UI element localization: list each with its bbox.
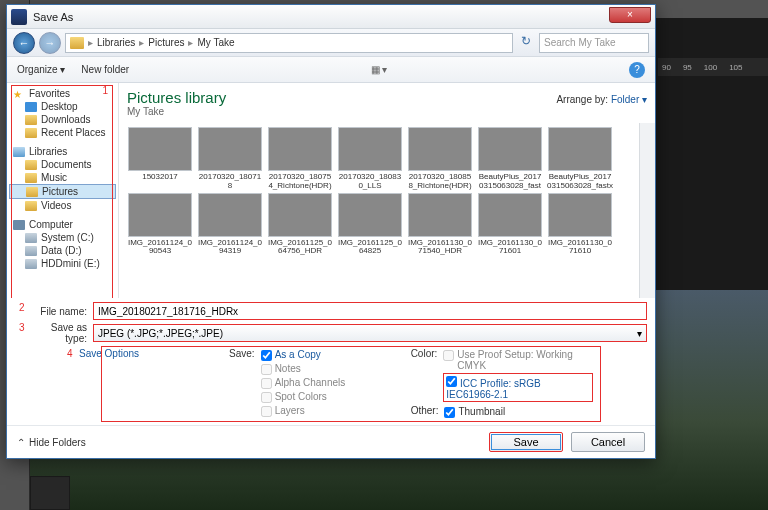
opt-as-copy[interactable]: As a Copy	[261, 348, 391, 362]
thumbnail-image	[268, 193, 332, 237]
sidebar-item-documents[interactable]: Documents	[9, 158, 116, 171]
thumbnail-item[interactable]: 15032017	[127, 127, 193, 191]
cancel-button[interactable]: Cancel	[571, 432, 645, 452]
thumbnail-label: IMG_20161130_071540_HDR	[407, 239, 473, 257]
thumbnail-image	[198, 193, 262, 237]
thumbnail-image	[478, 193, 542, 237]
new-folder-button[interactable]: New folder	[81, 64, 129, 75]
opt-notes: Notes	[261, 362, 391, 376]
thumbnail-item[interactable]: 20170320_180858_Richtone(HDR)	[407, 127, 473, 191]
thumbnail-item[interactable]: IMG_20161130_071540_HDR	[407, 193, 473, 257]
thumbnail-label: IMG_20161125_064756_HDR	[267, 239, 333, 257]
thumbnail-item[interactable]: IMG_20161125_064756_HDR	[267, 193, 333, 257]
filename-input[interactable]	[93, 302, 647, 320]
app-icon	[11, 9, 27, 25]
annotation-num-3: 3	[19, 322, 25, 333]
save-options-link[interactable]: Save Options	[79, 348, 139, 419]
thumbnail-label: BeautyPlus_20170315063028_fast	[477, 173, 543, 191]
save-as-dialog: Save As × ← → ▸ Libraries▸ Pictures▸ My …	[6, 4, 656, 459]
thumbnail-item[interactable]: IMG_20161124_090543	[127, 193, 193, 257]
thumbnail-label: IMG_20161124_090543	[127, 239, 193, 257]
opt-alpha: Alpha Channels	[261, 376, 391, 390]
filename-label: File name:	[35, 306, 93, 317]
other-label: Other:	[411, 405, 445, 419]
thumbnail-image	[548, 193, 612, 237]
sidebar-item-downloads[interactable]: Downloads	[9, 113, 116, 126]
sidebar-item-drive-e[interactable]: HDDmini (E:)	[9, 257, 116, 270]
photoshop-panel	[30, 476, 70, 510]
close-button[interactable]: ×	[609, 7, 651, 23]
thumbnail-item[interactable]: 20170320_180754_Richtone(HDR)	[267, 127, 333, 191]
save-button[interactable]: Save	[489, 432, 563, 452]
thumbnail-label: 20170320_180858_Richtone(HDR)	[407, 173, 473, 191]
hide-folders-button[interactable]: ⌃Hide Folders	[17, 437, 86, 448]
thumbnail-image	[408, 127, 472, 171]
titlebar: Save As ×	[7, 5, 655, 29]
search-input[interactable]: Search My Take	[539, 33, 649, 53]
thumbnail-image	[408, 193, 472, 237]
thumbnail-image	[548, 127, 612, 171]
thumbnail-image	[338, 193, 402, 237]
thumbnail-label: IMG_20161125_064825	[337, 239, 403, 257]
help-button[interactable]: ?	[629, 62, 645, 78]
save-label: Save:	[229, 348, 261, 419]
color-label: Color:	[411, 348, 444, 403]
thumbnail-item[interactable]: 20170320_180718	[197, 127, 263, 191]
thumbnail-item[interactable]: IMG_20161125_064825	[337, 193, 403, 257]
sidebar-item-desktop[interactable]: Desktop	[9, 100, 116, 113]
sidebar-item-pictures[interactable]: Pictures	[9, 184, 116, 199]
library-icon	[70, 37, 84, 49]
type-select[interactable]: JPEG (*.JPG;*.JPEG;*.JPE)▾	[93, 324, 647, 342]
thumbnail-image	[198, 127, 262, 171]
button-row: ⌃Hide Folders Save Cancel	[7, 425, 655, 458]
sidebar: 1 ★Favorites Desktop Downloads Recent Pl…	[7, 83, 119, 298]
thumbnail-image	[338, 127, 402, 171]
thumbnail-item[interactable]: IMG_20161130_071610	[547, 193, 613, 257]
arrange-by[interactable]: Arrange by: Folder ▾	[556, 94, 647, 105]
thumbnail-image	[128, 193, 192, 237]
dialog-title: Save As	[33, 11, 73, 23]
thumbnail-item[interactable]: BeautyPlus_20170315063028_fastx	[547, 127, 613, 191]
thumbnail-label: 20170320_180718	[197, 173, 263, 191]
favorites-header[interactable]: ★Favorites	[9, 87, 116, 100]
toolbar: Organize ▾ New folder ▦ ▾ ?	[7, 57, 655, 83]
thumbnail-label: IMG_20161130_071601	[477, 239, 543, 257]
bottom-fields: 2 File name: 3 Save as type: JPEG (*.JPG…	[7, 298, 655, 425]
thumbnail-label: 15032017	[142, 173, 178, 182]
thumbnail-image	[478, 127, 542, 171]
thumbnail-image	[128, 127, 192, 171]
main-pane: Pictures library My Take Arrange by: Fol…	[119, 83, 655, 298]
computer-header[interactable]: Computer	[9, 218, 116, 231]
sidebar-item-recent[interactable]: Recent Places	[9, 126, 116, 139]
sidebar-item-drive-d[interactable]: Data (D:)	[9, 244, 116, 257]
thumbnail-label: IMG_20161124_094319	[197, 239, 263, 257]
sidebar-item-drive-c[interactable]: System (C:)	[9, 231, 116, 244]
opt-layers: Layers	[261, 404, 391, 418]
thumbnail-label: 20170320_180754_Richtone(HDR)	[267, 173, 333, 191]
forward-button[interactable]: →	[39, 32, 61, 54]
sidebar-item-music[interactable]: Music	[9, 171, 116, 184]
annotation-num-2: 2	[19, 302, 25, 313]
photoshop-ruler: 9095100105	[658, 58, 768, 76]
scrollbar[interactable]	[639, 123, 655, 298]
thumbnail-grid: 1503201720170320_18071820170320_180754_R…	[119, 123, 639, 298]
thumbnail-label: BeautyPlus_20170315063028_fastx	[547, 173, 613, 191]
library-subtitle: My Take	[127, 106, 226, 117]
thumbnail-item[interactable]: 20170320_180830_LLS	[337, 127, 403, 191]
thumbnail-item[interactable]: BeautyPlus_20170315063028_fast	[477, 127, 543, 191]
sidebar-item-videos[interactable]: Videos	[9, 199, 116, 212]
opt-icc[interactable]: ICC Profile: sRGB IEC61966-2.1	[443, 372, 593, 403]
thumbnail-item[interactable]: IMG_20161124_094319	[197, 193, 263, 257]
opt-thumbnail[interactable]: Thumbnail	[444, 405, 505, 419]
back-button[interactable]: ←	[13, 32, 35, 54]
opt-proof: Use Proof Setup: Working CMYK	[443, 348, 593, 372]
breadcrumb[interactable]: ▸ Libraries▸ Pictures▸ My Take	[65, 33, 513, 53]
organize-button[interactable]: Organize ▾	[17, 64, 65, 75]
opt-spot: Spot Colors	[261, 390, 391, 404]
library-title: Pictures library	[127, 89, 226, 106]
refresh-button[interactable]: ↻	[517, 34, 535, 52]
nav-row: ← → ▸ Libraries▸ Pictures▸ My Take ↻ Sea…	[7, 29, 655, 57]
thumbnail-label: 20170320_180830_LLS	[337, 173, 403, 191]
thumbnail-item[interactable]: IMG_20161130_071601	[477, 193, 543, 257]
libraries-header[interactable]: Libraries	[9, 145, 116, 158]
